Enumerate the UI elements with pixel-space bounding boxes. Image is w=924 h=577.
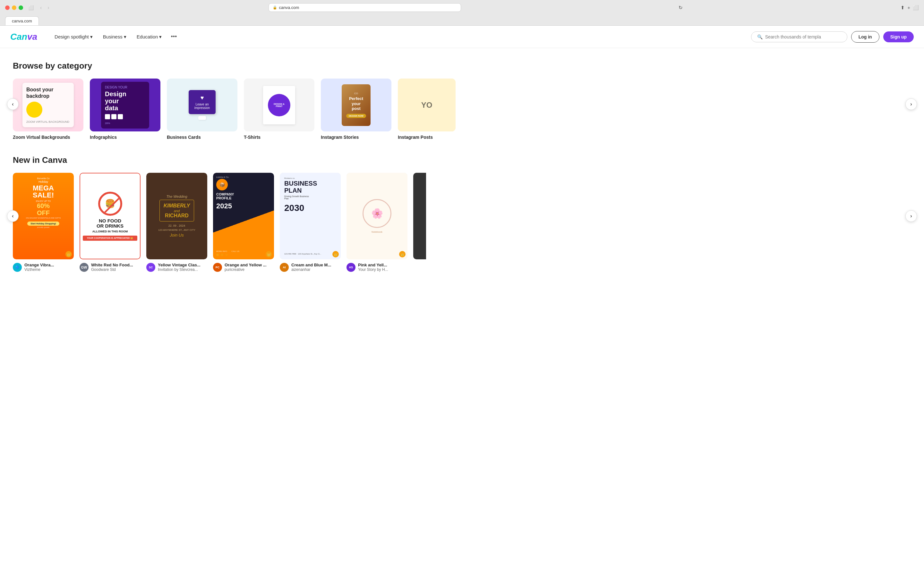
category-item-business-cards[interactable]: ♥ Leave animpression Business Cards bbox=[167, 79, 237, 140]
search-input[interactable] bbox=[765, 34, 841, 39]
forward-button[interactable]: › bbox=[46, 4, 50, 11]
template-name-1: White Red No Food... bbox=[91, 263, 141, 268]
logo-text: Canva bbox=[10, 32, 37, 42]
browser-tab[interactable]: canva.com bbox=[5, 16, 39, 25]
category-thumb-infographics: DESIGN YOUR Designyourdata 28% bbox=[90, 79, 160, 131]
category-prev-button[interactable]: ‹ bbox=[7, 98, 19, 110]
template-item-2[interactable]: The Wedding KIMBERLY and RICHARD 22. 09 … bbox=[146, 173, 207, 272]
tshirt-container: DESIGN &PRINT bbox=[260, 84, 298, 126]
category-thumb-tshirts: DESIGN &PRINT bbox=[244, 79, 314, 131]
template-thumb-partial bbox=[413, 173, 426, 259]
share-button[interactable]: ⬆ bbox=[901, 5, 905, 11]
infographic-pct: 28% bbox=[105, 122, 145, 125]
infographic-card: DESIGN YOUR Designyourdata 28% bbox=[101, 82, 149, 129]
category-item-tshirts[interactable]: DESIGN &PRINT T-Shirts bbox=[244, 79, 314, 140]
url-text: canva.com bbox=[279, 5, 299, 10]
traffic-lights bbox=[5, 5, 23, 10]
chevron-down-icon: ▾ bbox=[90, 34, 93, 40]
avatar-text-5: HS bbox=[349, 266, 353, 269]
chevron-down-icon-2: ▾ bbox=[124, 34, 126, 40]
template-author-3: puricreative bbox=[225, 268, 274, 272]
zoom-card: Boost yourbackdrop ZOOM VIRTUAL BACKGROU… bbox=[23, 83, 74, 127]
minimize-button[interactable] bbox=[12, 5, 16, 10]
orange-sale: SALE! bbox=[33, 192, 54, 199]
infographic-label: DESIGN YOUR bbox=[105, 85, 145, 89]
logo[interactable]: Canva bbox=[10, 32, 37, 42]
avatar-text-0: 🔷 bbox=[15, 265, 19, 269]
company-card: Lizeria & Co. 📦 COMPANYPROFILE 2025 MORE… bbox=[213, 173, 274, 259]
nav-design-spotlight[interactable]: Design spotlight ▾ bbox=[50, 31, 97, 42]
floral-card: 🌸 Notebook bbox=[347, 173, 407, 259]
bizplan-card: Rimberio co. BUSINESSPLAN Driving Growth… bbox=[280, 173, 341, 259]
category-carousel: ‹ Boost yourbackdrop ZOOM VIRTUAL BACKGR… bbox=[13, 79, 911, 140]
bizplan-co: Rimberio co. bbox=[284, 177, 295, 179]
template-item-0[interactable]: Bonvette Co Holiday MEGA SALE! ENJOY UP … bbox=[13, 173, 74, 272]
template-meta-3: PC Orange and Yellow ... puricreative bbox=[213, 263, 274, 272]
maximize-button[interactable] bbox=[19, 5, 23, 10]
template-avatar-0: 🔷 bbox=[13, 263, 22, 272]
wedding-the: The Wedding bbox=[166, 195, 187, 198]
template-item-1[interactable]: 🍔 NO FOODOR DRINKS ALLOWED IN THIS ROOM … bbox=[79, 173, 141, 272]
floral-oval: 🌸 bbox=[363, 199, 391, 228]
template-item-3[interactable]: Lizeria & Co. 📦 COMPANYPROFILE 2025 MORE… bbox=[213, 173, 274, 272]
template-next-button[interactable]: › bbox=[905, 210, 917, 222]
inf-icon-2 bbox=[111, 114, 116, 119]
inf-icon-3 bbox=[118, 114, 123, 119]
close-button[interactable] bbox=[5, 5, 10, 10]
category-item-ig-stories[interactable]: CO Perfectyourpost DESIGN NOW Instagram … bbox=[321, 79, 391, 140]
category-next-button[interactable]: › bbox=[905, 98, 917, 110]
orange-enjoy: ENJOY UP TO bbox=[36, 200, 51, 202]
category-label-zoom: Zoom Virtual Backgrounds bbox=[13, 135, 83, 140]
bizplan-title: BUSINESSPLAN bbox=[284, 180, 317, 194]
biz-card-wrapper: ♥ Leave animpression bbox=[189, 90, 216, 120]
bizplan-footer: 123-456-7890 123 Anywhere St., Any Ci... bbox=[284, 253, 321, 255]
avatar-text-4: AI bbox=[283, 266, 286, 269]
reload-button[interactable]: ↻ bbox=[678, 5, 683, 11]
sidebar-toggle[interactable]: ⬜ bbox=[26, 5, 36, 11]
ig-posts-text: YO bbox=[421, 101, 433, 110]
bizplan-driving: Driving Growth BusinessPlan bbox=[284, 195, 309, 200]
nav-education[interactable]: Education ▾ bbox=[132, 31, 166, 42]
category-thumb-ig-stories: CO Perfectyourpost DESIGN NOW bbox=[321, 79, 391, 131]
category-label-ig-stories: Instagram Stories bbox=[321, 135, 391, 140]
search-bar[interactable]: 🔍 bbox=[751, 31, 847, 42]
company-name: COMPANYPROFILE bbox=[216, 192, 234, 200]
template-name-0: Orange Vibra... bbox=[24, 263, 74, 268]
template-author-0: Viztheme bbox=[24, 268, 74, 272]
no-food-circle: 🍔 bbox=[98, 192, 122, 216]
ig-posts-preview: YO bbox=[398, 79, 456, 131]
category-item-ig-posts[interactable]: YO Instagram Posts bbox=[398, 79, 456, 140]
browse-section-title: Browse by category bbox=[13, 61, 911, 71]
orange-holiday: Holiday bbox=[39, 180, 48, 183]
nav-design-spotlight-label: Design spotlight bbox=[55, 34, 89, 39]
back-button[interactable]: ‹ bbox=[39, 4, 43, 11]
company-brand: Lizeria & Co. bbox=[216, 176, 229, 178]
signup-button[interactable]: Sign up bbox=[883, 31, 914, 42]
template-item-4[interactable]: Rimberio co. BUSINESSPLAN Driving Growth… bbox=[280, 173, 341, 272]
nav-business[interactable]: Business ▾ bbox=[99, 31, 131, 42]
tshirt-text: DESIGN &PRINT bbox=[274, 103, 284, 107]
avatar-text-1: GW bbox=[81, 266, 87, 269]
tshirt-body: DESIGN &PRINT bbox=[263, 86, 295, 124]
category-item-zoom[interactable]: Boost yourbackdrop ZOOM VIRTUAL BACKGROU… bbox=[13, 79, 83, 140]
nav-more-button[interactable]: ••• bbox=[168, 31, 180, 43]
ig-stories-cta: DESIGN NOW bbox=[346, 114, 366, 118]
windows-button[interactable]: ⬜ bbox=[913, 5, 919, 11]
new-tab-button[interactable]: + bbox=[907, 5, 910, 11]
template-info-4: Cream and Blue M... aizenanhar bbox=[291, 263, 341, 272]
new-section-title: New in Canva bbox=[13, 155, 911, 165]
template-avatar-3: PC bbox=[213, 263, 222, 272]
company-logo: 📦 bbox=[216, 179, 228, 190]
template-item-5[interactable]: 🌸 Notebook 👑 HS Pink and Yell... bbox=[347, 173, 407, 272]
no-food-title: NO FOODOR DRINKS bbox=[97, 218, 124, 229]
template-thumb-3: Lizeria & Co. 📦 COMPANYPROFILE 2025 MORE… bbox=[213, 173, 274, 259]
browser-chrome: ⬜ ‹ › 🔒 canva.com ↻ ⬆ + ⬜ canva.com bbox=[0, 0, 924, 26]
crown-badge-4: 👑 bbox=[333, 251, 339, 258]
category-item-infographics[interactable]: DESIGN YOUR Designyourdata 28% Infogr bbox=[90, 79, 160, 140]
search-icon: 🔍 bbox=[757, 34, 762, 39]
login-button[interactable]: Log in bbox=[851, 31, 879, 43]
address-bar[interactable]: 🔒 canva.com bbox=[268, 3, 461, 12]
template-prev-button[interactable]: ‹ bbox=[7, 210, 19, 222]
main-content: Browse by category ‹ Boost yourbackdrop … bbox=[0, 48, 924, 285]
template-item-partial[interactable] bbox=[413, 173, 426, 272]
